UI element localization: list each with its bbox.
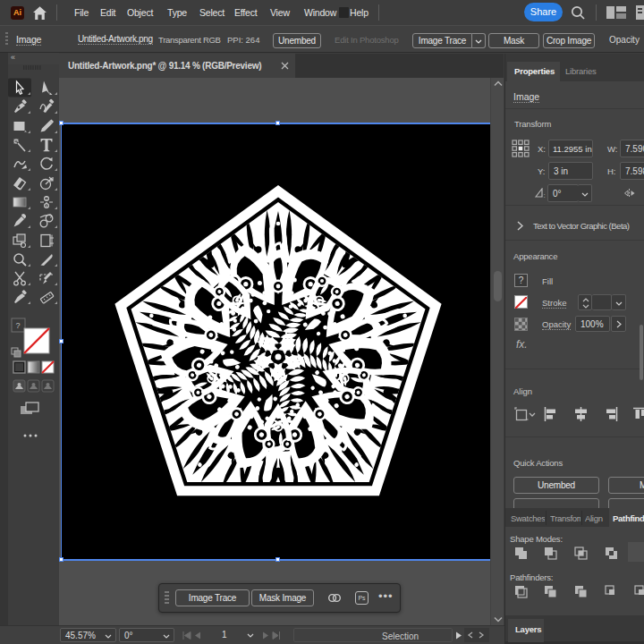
svg-text:?: ? xyxy=(15,321,20,330)
svg-text::: : xyxy=(544,191,546,198)
